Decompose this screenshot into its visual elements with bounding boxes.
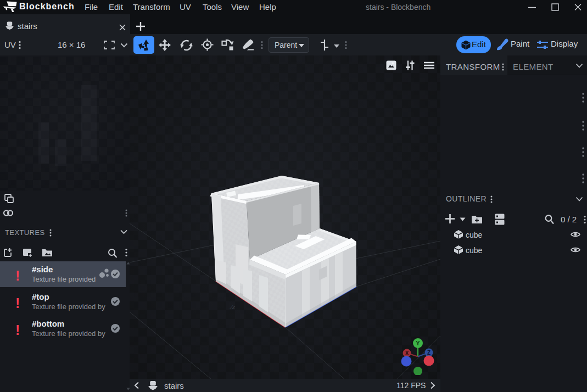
svg-text:Z: Z (427, 350, 431, 356)
svg-text:X: X (405, 350, 409, 356)
svg-text:Y: Y (416, 340, 420, 346)
svg-text:∕z: ∕z (230, 304, 236, 310)
